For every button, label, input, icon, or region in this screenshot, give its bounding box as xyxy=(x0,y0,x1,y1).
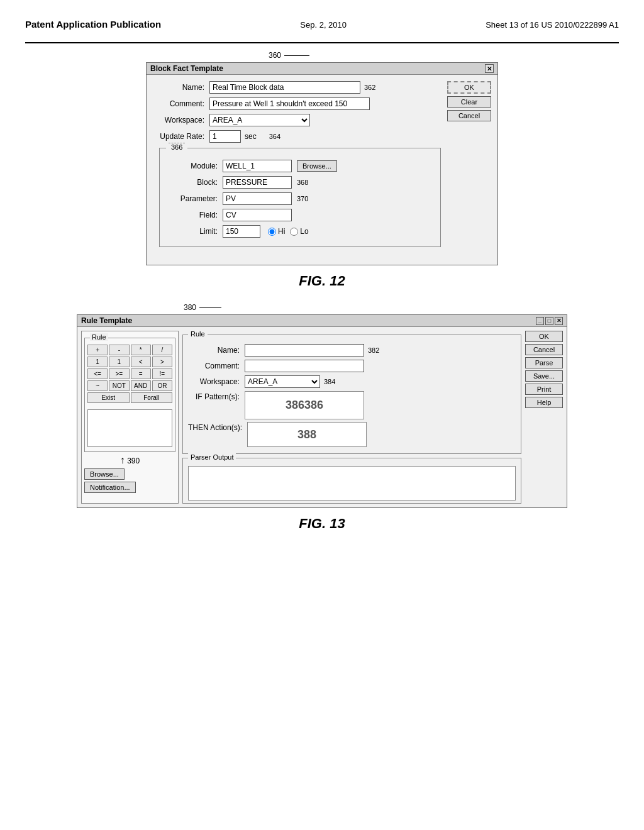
publication-date: Sep. 2, 2010 xyxy=(300,20,347,30)
rt-then-section: THEN Action(s): 388 xyxy=(188,422,516,447)
calc-or[interactable]: OR xyxy=(152,380,172,391)
rt-workspace-label: Workspace: xyxy=(188,377,245,386)
annotation-362: 362 xyxy=(364,84,375,91)
hi-radio[interactable]: Hi xyxy=(268,227,285,236)
module-row: Module: Browse... xyxy=(166,160,434,172)
rt-title: Rule Template xyxy=(81,316,132,325)
rt-help-btn[interactable]: Help xyxy=(525,397,563,408)
rule-textarea[interactable] xyxy=(87,409,172,447)
field-row: Field: xyxy=(166,209,434,221)
hi-label: Hi xyxy=(278,227,285,236)
bft-title: Block Fact Template xyxy=(150,64,223,73)
calc-lte[interactable]: <= xyxy=(87,368,108,379)
update-unit: sec xyxy=(245,132,257,141)
calc-not[interactable]: NOT xyxy=(109,380,129,391)
parser-output-box[interactable] xyxy=(188,466,516,501)
name-row: Name: 362 xyxy=(153,81,441,94)
bft-close-btn[interactable]: ✕ xyxy=(485,64,494,73)
comment-row: Comment: xyxy=(153,97,441,110)
update-label: Update Rate: xyxy=(153,132,209,141)
calc-div[interactable]: / xyxy=(152,345,172,355)
rt-cancel-btn[interactable]: Cancel xyxy=(525,344,563,355)
rt-rule-title: Rule xyxy=(188,330,208,338)
calc-mult[interactable]: * xyxy=(131,345,151,355)
calc-forall[interactable]: Forall xyxy=(131,392,173,403)
limit-label: Limit: xyxy=(166,227,223,236)
update-input[interactable] xyxy=(209,130,241,143)
calc-exist[interactable]: Exist xyxy=(87,392,130,403)
rt-name-input[interactable] xyxy=(245,344,364,357)
rt-buttons: OK Cancel Parse Save... Print Help xyxy=(525,331,563,504)
rt-comment-label: Comment: xyxy=(188,362,245,370)
rt-right-panel: Rule Name: 382 Comment: xyxy=(182,331,521,504)
publication-title: Patent Application Publication xyxy=(25,19,161,30)
calc-gt[interactable]: > xyxy=(152,357,172,367)
lo-radio[interactable]: Lo xyxy=(290,227,308,236)
annotation-360: 360 xyxy=(269,51,309,60)
rt-print-btn[interactable]: Print xyxy=(525,384,563,395)
calc-grid: + - * / 1 1 < > <= >= = xyxy=(87,345,172,403)
rt-then-label: THEN Action(s): xyxy=(188,422,247,432)
calc-1b[interactable]: 1 xyxy=(109,357,129,367)
lo-label: Lo xyxy=(300,227,308,236)
calc-plus[interactable]: + xyxy=(87,345,108,355)
rt-if-section: IF Pattern(s): 386 386 xyxy=(188,391,516,419)
bft-titlebar: Block Fact Template ✕ xyxy=(147,63,497,75)
rt-save-btn[interactable]: Save... xyxy=(525,370,563,382)
rt-name-label: Name: xyxy=(188,346,245,355)
rt-rule-box: Rule Name: 382 Comment: xyxy=(182,335,521,454)
cancel-button[interactable]: Cancel xyxy=(447,110,491,121)
workspace-select[interactable]: AREA_A xyxy=(209,114,310,126)
comment-label: Comment: xyxy=(153,99,209,108)
fig13-label: FIG. 13 xyxy=(299,516,345,532)
block-row: Block: 368 xyxy=(166,176,434,189)
rule-box-left: Rule + - * / 1 1 < > <= xyxy=(84,338,175,452)
page-container: Patent Application Publication Sep. 2, 2… xyxy=(0,0,644,830)
calc-gte[interactable]: >= xyxy=(109,368,129,379)
calc-and[interactable]: AND xyxy=(131,380,151,391)
rt-notification-btn[interactable]: Notification... xyxy=(84,482,136,493)
close-btn[interactable]: ✕ xyxy=(555,317,563,325)
rt-then-box[interactable]: 388 xyxy=(247,422,367,447)
module-input[interactable] xyxy=(223,160,292,172)
maximize-btn[interactable]: □ xyxy=(545,317,553,325)
browse-button[interactable]: Browse... xyxy=(297,160,337,172)
field-input[interactable] xyxy=(223,209,292,221)
calc-1a[interactable]: 1 xyxy=(87,357,108,367)
param-label: Parameter: xyxy=(166,194,223,203)
rt-parse-btn[interactable]: Parse xyxy=(525,357,563,368)
bft-content: Name: 362 Comment: Workspace: xyxy=(147,75,497,258)
module-label: Module: xyxy=(166,162,223,170)
clear-button[interactable]: Clear xyxy=(447,96,491,108)
calc-tilde[interactable]: ~ xyxy=(87,380,108,391)
bft-window: Block Fact Template ✕ Name: 362 Comm xyxy=(146,62,498,265)
name-input[interactable] xyxy=(209,81,360,94)
calc-eq[interactable]: = xyxy=(131,368,151,379)
comment-input[interactable] xyxy=(209,97,370,110)
rt-name-row: Name: 382 xyxy=(188,344,516,357)
annotation-370: 370 xyxy=(297,195,308,202)
rt-comment-row: Comment: xyxy=(188,360,516,372)
rt-if-label: IF Pattern(s): xyxy=(188,391,245,401)
rt-comment-input[interactable] xyxy=(245,360,364,372)
calc-neq[interactable]: != xyxy=(152,368,172,379)
annotation-386: 386 xyxy=(286,399,304,412)
calc-lt[interactable]: < xyxy=(131,357,151,367)
rt-browse-btn[interactable]: Browse... xyxy=(84,468,125,480)
update-row: Update Rate: sec 364 xyxy=(153,130,441,143)
calc-minus[interactable]: - xyxy=(109,345,129,355)
workspace-row: Workspace: AREA_A xyxy=(153,114,441,126)
annotation-368: 368 xyxy=(297,179,308,186)
rt-action-buttons: Browse... Notification... xyxy=(84,468,175,495)
rt-ok-btn[interactable]: OK xyxy=(525,331,563,342)
rt-content: Rule + - * / 1 1 < > <= xyxy=(77,327,567,507)
minimize-btn[interactable]: _ xyxy=(536,317,544,325)
rt-titlebar: Rule Template _ □ ✕ xyxy=(77,315,567,327)
ok-button[interactable]: OK xyxy=(447,81,491,94)
limit-input[interactable] xyxy=(223,225,260,238)
rt-if-box[interactable]: 386 386 xyxy=(245,391,364,419)
page-header: Patent Application Publication Sep. 2, 2… xyxy=(25,13,619,43)
param-input[interactable] xyxy=(223,192,292,205)
block-input[interactable] xyxy=(223,176,292,189)
rt-workspace-select[interactable]: AREA_A xyxy=(245,375,320,388)
